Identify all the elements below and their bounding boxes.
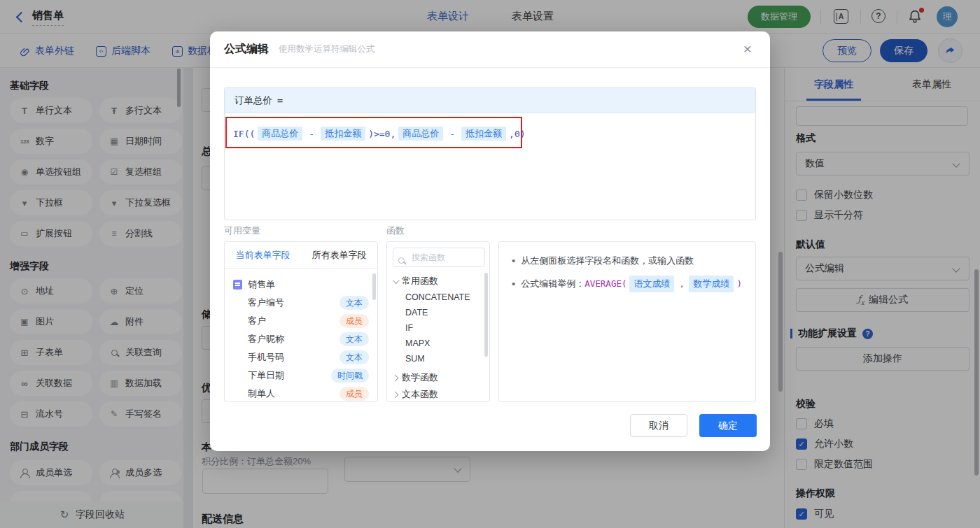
bullet: • (512, 253, 515, 269)
tab-current-form-fields[interactable]: 当前表单字段 (225, 242, 301, 268)
example-field-token: 语文成绩 (629, 276, 674, 292)
function-group-math[interactable]: 数学函数 (387, 369, 489, 386)
function-item[interactable]: DATE (387, 305, 489, 320)
type-badge: 时间戳 (331, 369, 369, 383)
functions-scrollbar[interactable] (484, 273, 488, 357)
function-item[interactable]: SUM (387, 351, 489, 366)
cancel-button[interactable]: 取消 (630, 414, 687, 437)
variables-tabs: 当前表单字段 所有表单字段 (225, 242, 377, 269)
function-item[interactable]: IF (387, 320, 489, 336)
function-search-input[interactable] (393, 248, 485, 267)
document-icon (233, 280, 242, 290)
equals-sign: = (277, 95, 283, 106)
modal-title: 公式编辑 (224, 42, 269, 57)
formula-help-panel: • 从左侧面板选择字段名和函数，或输入函数 • 公式编辑举例： AVERAGE(… (498, 241, 756, 402)
variables-panel: 当前表单字段 所有表单字段 销售单 客户编号 文本 客户 成员 客户昵称 文本 … (224, 241, 378, 402)
formula-editor-modal: 公式编辑 使用数学运算符编辑公式 × 订单总价 = IF(( 商品总价 - 抵扣… (210, 31, 770, 451)
type-badge: 成员 (340, 387, 369, 401)
function-group-common[interactable]: 常用函数 (387, 273, 489, 290)
confirm-button[interactable]: 确定 (699, 414, 757, 437)
target-field-name: 订单总价 (234, 94, 272, 107)
functions-label: 函数 (386, 224, 405, 237)
help-line-1: • 从左侧面板选择字段名和函数，或输入函数 (509, 253, 746, 269)
functions-panel: 常用函数 CONCATENATE DATE IF MAPX SUM 数学函数 文… (386, 241, 490, 402)
form-tree-node[interactable]: 销售单 (225, 276, 377, 294)
tab-all-form-fields[interactable]: 所有表单字段 (301, 242, 377, 268)
chevron-right-icon (392, 391, 399, 398)
function-group-text[interactable]: 文本函数 (387, 386, 489, 402)
formula-editor[interactable]: 订单总价 = IF(( 商品总价 - 抵扣金额 )>=0, 商品总价 - 抵扣金… (224, 87, 756, 220)
help-line-2: • 公式编辑举例： AVERAGE( 语文成绩 ， 数学成绩 ) (509, 276, 746, 292)
variable-row[interactable]: 制单人 成员 (225, 385, 377, 402)
type-badge: 文本 (340, 332, 369, 346)
variables-scrollbar[interactable] (372, 273, 376, 300)
example-field-token: 数学成绩 (689, 276, 734, 292)
variable-row[interactable]: 客户 成员 (225, 312, 377, 330)
function-item[interactable]: CONCATENATE (387, 290, 489, 305)
modal-subtitle: 使用数学运算符编辑公式 (279, 43, 375, 55)
formula-target-row: 订单总价 = (225, 88, 755, 113)
close-icon[interactable]: × (738, 40, 757, 58)
variable-row[interactable]: 客户昵称 文本 (225, 330, 377, 348)
modal-header: 公式编辑 使用数学运算符编辑公式 (210, 31, 770, 68)
chevron-down-icon (393, 277, 400, 284)
variables-label: 可用变量 (224, 224, 260, 237)
function-item[interactable]: MAPX (387, 336, 489, 351)
chevron-right-icon (392, 374, 399, 381)
search-icon (398, 254, 405, 266)
type-badge: 文本 (340, 296, 369, 310)
variable-row[interactable]: 客户编号 文本 (225, 294, 377, 312)
type-badge: 成员 (340, 314, 369, 328)
type-badge: 文本 (340, 350, 369, 364)
variable-row[interactable]: 下单日期 时间戳 (225, 366, 377, 385)
red-annotation-box (225, 117, 522, 148)
variable-row[interactable]: 手机号码 文本 (225, 348, 377, 366)
bullet: • (512, 276, 515, 292)
